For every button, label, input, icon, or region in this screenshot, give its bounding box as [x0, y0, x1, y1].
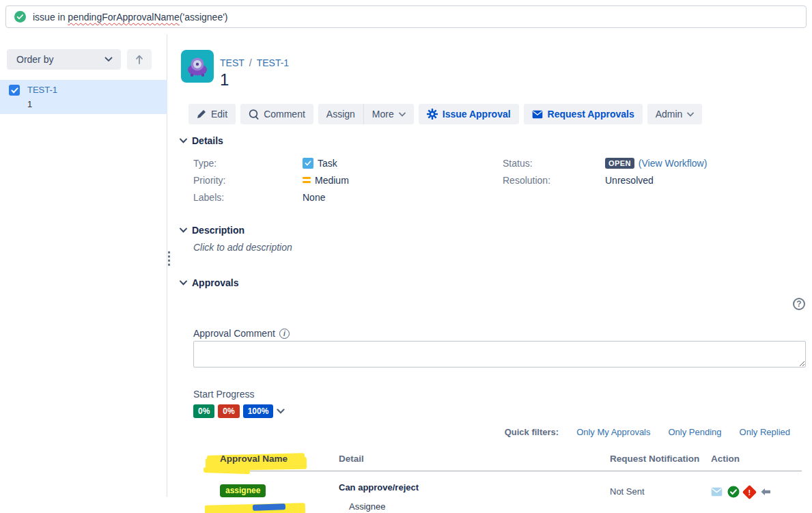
priority-label: Priority:	[193, 175, 303, 186]
approvals-table-header: Approval Name Detail Request Notificatio…	[205, 448, 802, 471]
issue-key-link[interactable]: TEST-1	[27, 85, 57, 95]
panel-resize-handle[interactable]	[167, 251, 171, 266]
approvals-table: Approval Name Detail Request Notificatio…	[205, 448, 802, 512]
status-field: Status: OPEN (View Workflow)	[503, 154, 707, 171]
blue-pen-streak	[253, 503, 285, 511]
priority-field: Priority: Medium	[193, 171, 349, 189]
filter-only-pending[interactable]: Only Pending	[669, 427, 722, 437]
approve-check-icon[interactable]	[727, 486, 740, 498]
breadcrumb-separator: /	[249, 57, 252, 68]
chevron-down-icon	[399, 112, 406, 117]
progress-pending-badge[interactable]: 100%	[243, 404, 274, 418]
notification-status: Not Sent	[610, 486, 711, 497]
issue-list-item[interactable]: TEST-1 1	[0, 80, 167, 114]
action-buttons: !	[711, 485, 786, 499]
jira-issue-page: issue in pendingForApprovalName('assigne…	[0, 0, 812, 513]
details-left-column: Type: Task Priority: Medium Labels: None	[193, 154, 349, 206]
pencil-icon	[197, 109, 206, 119]
quick-filters-label: Quick filters:	[505, 427, 559, 437]
info-icon[interactable]: i	[279, 329, 290, 339]
chevron-down-icon	[180, 138, 187, 143]
type-label: Type:	[193, 158, 303, 169]
gear-icon	[427, 109, 438, 120]
details-section-header[interactable]: Details	[180, 135, 223, 146]
labels-field: Labels: None	[193, 189, 349, 206]
assign-more-group: Assign More	[318, 104, 414, 124]
resolution-field: Resolution: Unresolved	[503, 171, 707, 189]
start-progress-label: Start Progress	[193, 389, 254, 400]
jql-suffix: ('assignee')	[180, 12, 228, 23]
sort-direction-button[interactable]	[127, 49, 152, 70]
approval-name-badge: assignee	[220, 484, 266, 497]
resolution-value: Unresolved	[605, 175, 654, 186]
progress-badges: 0% 0% 100%	[193, 404, 285, 418]
request-approvals-button[interactable]: Request Approvals	[524, 104, 643, 124]
chevron-down-icon[interactable]	[277, 408, 285, 414]
details-right-column: Status: OPEN (View Workflow) Resolution:…	[503, 154, 707, 189]
approvals-section-header[interactable]: Approvals	[180, 277, 238, 288]
chevron-down-icon	[104, 57, 113, 62]
valid-query-check-icon	[14, 11, 26, 23]
priority-medium-icon	[303, 177, 311, 183]
filter-only-replied[interactable]: Only Replied	[740, 427, 790, 437]
filter-only-my-approvals[interactable]: Only My Approvals	[576, 427, 650, 437]
labels-label: Labels:	[193, 192, 303, 203]
header-detail: Detail	[339, 454, 610, 464]
admin-button[interactable]: Admin	[647, 104, 703, 124]
approval-detail-title: Can approve/reject	[339, 482, 610, 493]
progress-approved-badge[interactable]: 0%	[193, 404, 214, 418]
breadcrumb: TEST/TEST-1	[220, 57, 289, 68]
approval-comment-label: Approval Comment i	[193, 328, 290, 339]
approval-detail-approver: Assignee	[349, 501, 610, 512]
quick-filters: Quick filters: Only My Approvals Only Pe…	[505, 427, 790, 437]
description-section-header[interactable]: Description	[180, 225, 244, 236]
approval-row: assignee Can approve/reject Assignee Not…	[205, 471, 802, 512]
status-label: Status:	[503, 158, 605, 169]
issue-summary: 1	[27, 99, 32, 109]
type-value: Task	[318, 158, 337, 169]
header-approval-name: Approval Name	[205, 454, 339, 464]
order-by-select[interactable]: Order by	[7, 49, 121, 70]
more-button[interactable]: More	[364, 104, 414, 124]
envelope-icon	[532, 110, 543, 119]
header-action: Action	[711, 454, 786, 464]
resolution-label: Resolution:	[503, 175, 605, 186]
edit-button[interactable]: Edit	[188, 104, 236, 124]
chevron-down-icon	[687, 112, 694, 117]
issue-title: 1	[220, 70, 229, 89]
issue-checkbox[interactable]	[9, 85, 20, 96]
type-field: Type: Task	[193, 154, 349, 171]
checkmark-icon	[11, 87, 18, 94]
jql-query-text[interactable]: issue in pendingForApprovalName('assigne…	[33, 12, 228, 23]
send-notification-envelope-icon[interactable]	[711, 487, 723, 497]
return-arrow-icon[interactable]	[759, 488, 772, 496]
issue-toolbar: Edit Comment Assign More	[188, 104, 702, 124]
breadcrumb-project-link[interactable]: TEST	[220, 57, 244, 68]
project-avatar	[181, 50, 214, 83]
description-placeholder[interactable]: Click to add description	[193, 242, 292, 253]
header-request-notification: Request Notification	[610, 454, 711, 464]
progress-rejected-badge[interactable]: 0%	[218, 404, 239, 418]
task-type-icon	[303, 158, 313, 169]
comment-bubble-icon	[249, 109, 259, 120]
view-workflow-link[interactable]: (View Workflow)	[639, 158, 708, 169]
issue-approval-button[interactable]: Issue Approval	[419, 104, 519, 124]
jql-search-bar[interactable]: issue in pendingForApprovalName('assigne…	[5, 5, 807, 28]
breadcrumb-issue-link[interactable]: TEST-1	[257, 57, 289, 68]
comment-button[interactable]: Comment	[240, 104, 313, 124]
assign-button[interactable]: Assign	[318, 104, 364, 124]
reject-exclamation-icon[interactable]: !	[742, 484, 757, 499]
approval-comment-textarea[interactable]	[193, 341, 806, 368]
jql-prefix: issue in	[33, 12, 68, 23]
chevron-down-icon	[180, 280, 187, 286]
arrow-up-icon	[135, 55, 143, 64]
labels-value: None	[303, 192, 325, 203]
priority-value: Medium	[315, 175, 349, 186]
ufo-monster-avatar-icon	[184, 53, 210, 79]
help-icon[interactable]: ?	[793, 298, 805, 310]
chevron-down-icon	[180, 227, 187, 233]
issue-list-sidebar: Order by TEST-1 1	[0, 34, 167, 497]
status-badge: OPEN	[605, 158, 634, 169]
order-by-label: Order by	[16, 54, 53, 65]
jql-function-term: pendingForApprovalName	[68, 12, 179, 23]
